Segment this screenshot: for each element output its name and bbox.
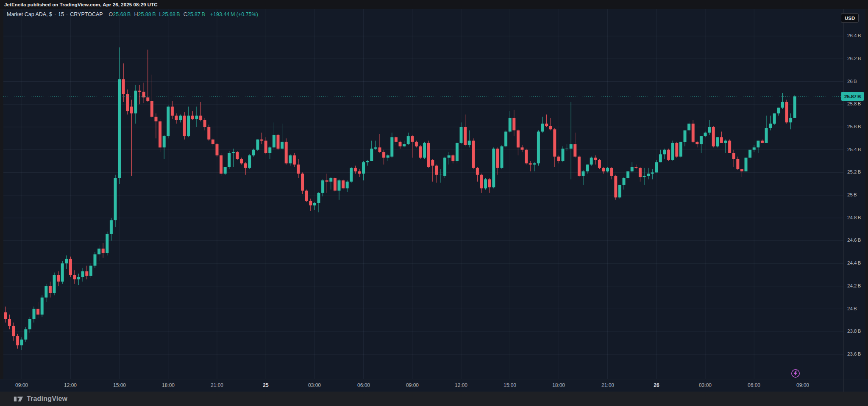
candlestick xyxy=(81,268,84,282)
candlestick xyxy=(639,167,642,182)
candlestick xyxy=(448,152,451,165)
candlestick xyxy=(248,154,251,169)
candlestick xyxy=(264,137,267,154)
currency-toggle-button[interactable]: USD xyxy=(841,13,859,23)
boost-button[interactable] xyxy=(790,368,801,378)
candlestick xyxy=(732,150,735,167)
candlestick xyxy=(614,175,617,200)
candlestick xyxy=(289,154,292,166)
candlestick xyxy=(671,141,674,161)
candlestick xyxy=(748,150,751,160)
candlestick xyxy=(390,133,393,157)
price-tick-label: 25.4 B xyxy=(847,147,861,152)
candlestick xyxy=(712,126,715,147)
candlestick xyxy=(687,122,690,134)
candlestick xyxy=(118,47,121,184)
candlestick xyxy=(590,157,593,166)
candlestick xyxy=(175,113,178,124)
candlestick xyxy=(769,116,772,130)
candlestick xyxy=(655,160,658,173)
candlestick xyxy=(700,136,703,153)
price-tick-label: 24.4 B xyxy=(847,260,861,265)
candlestick xyxy=(358,169,361,177)
candlestick-chart[interactable] xyxy=(3,9,843,379)
candlestick xyxy=(326,174,328,193)
candlestick xyxy=(451,154,454,163)
time-tick-label: 06:00 xyxy=(748,382,760,388)
chart-pane[interactable] xyxy=(3,9,843,379)
price-tick-label: 26 B xyxy=(847,79,857,84)
candlestick xyxy=(529,161,532,171)
tradingview-logo-icon xyxy=(14,395,23,403)
candlestick xyxy=(183,112,186,139)
candlestick xyxy=(334,177,337,192)
candlestick xyxy=(395,136,398,146)
candlestick xyxy=(512,110,515,136)
candlestick xyxy=(236,151,239,160)
candlestick xyxy=(578,155,581,177)
candlestick xyxy=(521,145,524,152)
candlestick xyxy=(297,159,300,178)
candlestick xyxy=(191,111,194,120)
candlestick xyxy=(399,141,402,149)
candlestick xyxy=(362,161,365,181)
candlestick xyxy=(187,107,190,138)
candlestick xyxy=(49,282,52,298)
tradingview-link[interactable]: TradingView xyxy=(14,395,67,403)
last-price-label: 25.87 B xyxy=(844,94,861,99)
candlestick xyxy=(216,143,219,157)
time-tick-label: 03:00 xyxy=(699,382,712,388)
candlestick xyxy=(252,149,255,157)
candlestick xyxy=(382,150,385,165)
candlestick xyxy=(415,141,418,147)
candlestick xyxy=(374,141,377,150)
candlestick xyxy=(268,146,271,159)
candlestick xyxy=(492,147,495,188)
candlestick xyxy=(45,284,47,302)
candlestick xyxy=(240,158,243,165)
time-axis[interactable]: 09:0012:0015:0018:0021:002503:0006:0009:… xyxy=(0,379,868,392)
candlestick xyxy=(745,158,748,171)
time-tick-label-day: 25 xyxy=(263,382,268,388)
candlestick xyxy=(36,302,39,318)
lightning-bolt-icon xyxy=(790,368,801,378)
candlestick xyxy=(138,85,141,105)
legend-separator: · xyxy=(66,11,68,17)
change-value: +193.44 M (+0.75%) xyxy=(210,11,258,17)
candlestick xyxy=(329,177,332,190)
candlestick xyxy=(651,169,654,179)
price-axis[interactable]: 25.87 B 26.4 B26.2 B26 B25.8 B25.6 B25.4… xyxy=(843,9,865,379)
candlestick xyxy=(85,266,88,279)
price-tick-label: 24.8 B xyxy=(847,215,861,220)
candlestick xyxy=(16,334,19,349)
candlestick xyxy=(102,243,105,258)
candlestick xyxy=(387,154,389,161)
exchange-label: CRYPTOCAP xyxy=(70,11,103,17)
price-tick-label: 25.8 B xyxy=(847,101,861,106)
time-tick-label: 12:00 xyxy=(455,382,467,388)
candlestick xyxy=(53,273,56,296)
candlestick xyxy=(659,150,662,163)
chart-legend[interactable]: Market Cap ADA, $ · 15 · CRYPTOCAP O25.6… xyxy=(7,11,258,17)
time-tick-label: 09:00 xyxy=(796,382,809,388)
brand-bar: TradingView xyxy=(0,392,868,406)
candlestick xyxy=(634,165,637,169)
candlestick xyxy=(594,155,597,165)
candlestick xyxy=(407,133,410,145)
candlestick xyxy=(781,93,784,109)
candlestick xyxy=(207,125,210,141)
open-value: O25.68 B xyxy=(109,11,131,17)
candlestick xyxy=(195,107,198,127)
close-value: C25.87 B xyxy=(184,11,205,17)
low-value: L25.68 B xyxy=(159,11,180,17)
candlestick xyxy=(260,133,263,144)
candlestick xyxy=(549,118,552,131)
candlestick xyxy=(553,128,556,167)
candlestick xyxy=(41,295,44,317)
candlestick xyxy=(159,119,161,152)
candlestick xyxy=(403,141,406,147)
candlestick xyxy=(350,167,353,183)
candlestick xyxy=(134,85,137,124)
candlestick xyxy=(586,165,589,174)
candlestick xyxy=(8,315,11,329)
